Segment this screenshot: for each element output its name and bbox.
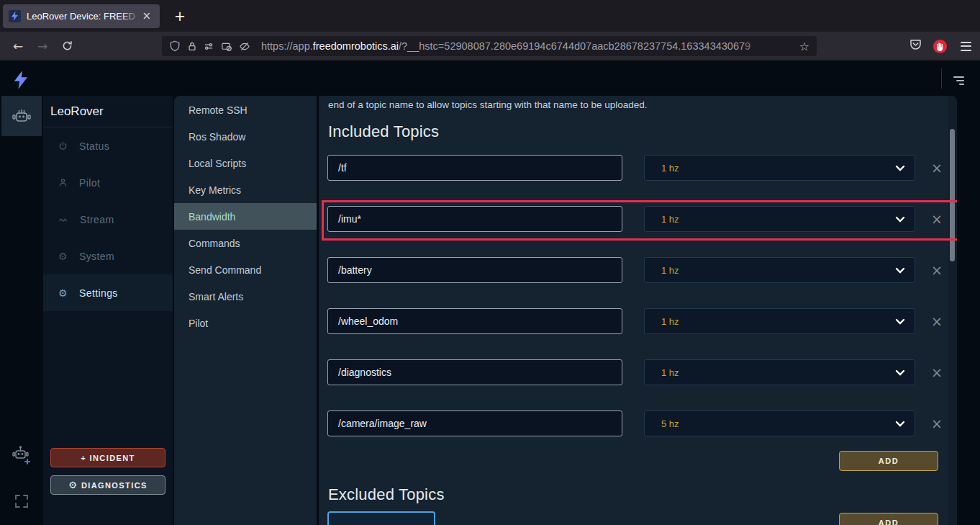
settings-gear-icon: ⚙	[58, 287, 68, 299]
submenu-item-bandwidth[interactable]: Bandwidth	[174, 203, 317, 230]
topic-row: 1 hz ×	[327, 257, 957, 283]
sidebar-item-system[interactable]: ⚙ System	[43, 238, 173, 274]
submenu-item-smart-alerts[interactable]: Smart Alerts	[174, 283, 317, 310]
new-tab-button[interactable]: +	[170, 6, 190, 26]
power-icon	[58, 141, 68, 151]
chevron-down-icon	[895, 216, 905, 223]
sidebar-item-label: Settings	[79, 287, 118, 299]
tab-title-fade	[121, 4, 141, 28]
tab-close-icon[interactable]: ×	[139, 9, 154, 23]
rate-value: 5 hz	[661, 418, 895, 429]
topic-row: 1 hz ×	[327, 308, 957, 334]
browser-menu-icon[interactable]	[958, 39, 974, 54]
submenu-item-key-metrics[interactable]: Key Metrics	[174, 176, 317, 203]
rate-value: 1 hz	[661, 265, 895, 276]
remove-topic-icon[interactable]: ×	[931, 212, 943, 226]
sidebar-item-status[interactable]: Status	[43, 127, 173, 164]
topbar-divider	[941, 68, 942, 89]
topic-name-input[interactable]	[327, 155, 622, 181]
rate-dropdown[interactable]: 5 hz	[644, 410, 915, 436]
pocket-icon[interactable]	[909, 38, 922, 54]
sidebar-item-label: System	[79, 251, 114, 262]
topic-name-input[interactable]	[327, 308, 622, 334]
diagnostics-button[interactable]: ⚙ DIAGNOSTICS	[50, 475, 165, 495]
browser-toolbar: ← →	[0, 32, 980, 60]
sidebar-item-stream[interactable]: Stream	[43, 201, 173, 238]
rate-value: 1 hz	[661, 367, 895, 378]
incident-button[interactable]: + INCIDENT	[50, 448, 165, 467]
icon-rail	[0, 61, 43, 525]
submenu-item-remote-ssh[interactable]: Remote SSH	[174, 97, 317, 123]
freedom-bolt-logo-icon[interactable]	[13, 71, 30, 89]
chevron-down-icon	[895, 165, 905, 171]
remove-topic-icon[interactable]: ×	[931, 264, 943, 277]
rate-dropdown[interactable]: 1 hz	[644, 308, 915, 334]
add-device-robot-plus-icon[interactable]	[12, 444, 32, 466]
browser-tab[interactable]: LeoRover Device: FREED ×	[3, 4, 160, 28]
topic-row: 1 hz ×	[327, 155, 957, 181]
submenu-item-pilot[interactable]: Pilot	[174, 310, 317, 336]
diagnostics-label: DIAGNOSTICS	[81, 481, 148, 490]
device-nav: Status Pilot Stream ⚙ System	[43, 127, 173, 311]
intro-text: end of a topic name to allow topics star…	[328, 99, 648, 110]
rate-dropdown[interactable]: 1 hz	[644, 155, 915, 181]
topic-name-input[interactable]	[327, 410, 622, 436]
add-included-topic-button[interactable]: ADD	[839, 451, 938, 471]
adblock-hand-extension-icon[interactable]	[933, 39, 948, 54]
sidebar-item-label: Status	[79, 140, 109, 152]
submenu-item-send-command[interactable]: Send Command	[174, 256, 317, 283]
gear-icon: ⚙	[58, 251, 68, 262]
device-sidebar: LeoRover Status Pilot	[43, 96, 173, 525]
remove-topic-icon[interactable]: ×	[931, 161, 943, 175]
rate-dropdown[interactable]: 1 hz	[644, 359, 915, 385]
topic-row: 1 hz ×	[327, 359, 957, 385]
included-topics-list: 1 hz × 1 hz × 1 hz	[319, 155, 957, 462]
browser-window: LeoRover Device: FREED × + ← →	[0, 0, 980, 525]
gears-icon: ⚙	[68, 480, 77, 490]
freedom-robotics-favicon-bolt-icon	[9, 10, 21, 22]
url-bar[interactable]: https://app.freedomrobotics.ai/?__hstc=5…	[162, 36, 817, 56]
back-button[interactable]: ←	[7, 36, 29, 56]
included-topics-heading: Included Topics	[328, 122, 439, 141]
remove-topic-icon[interactable]: ×	[931, 417, 943, 431]
freedom-robotics-app: LeoRover Status Pilot	[0, 61, 980, 525]
person-icon	[58, 178, 68, 187]
lock-icon[interactable]	[187, 41, 197, 52]
rate-dropdown[interactable]: 1 hz	[644, 206, 915, 232]
remove-topic-icon[interactable]: ×	[931, 366, 943, 380]
topic-row-highlighted: 1 hz ×	[327, 206, 957, 232]
topic-name-input[interactable]	[327, 257, 622, 283]
bandwidth-settings-panel: end of a topic name to allow topics star…	[319, 96, 957, 525]
submenu-item-ros-shadow[interactable]: Ros Shadow	[174, 123, 317, 150]
sidebar-item-pilot[interactable]: Pilot	[43, 164, 173, 201]
submenu-item-local-scripts[interactable]: Local Scripts	[174, 150, 317, 176]
settings-submenu: Remote SSH Ros Shadow Local Scripts Key …	[174, 96, 317, 525]
rate-value: 1 hz	[661, 316, 895, 327]
autoplay-blocked-icon[interactable]	[221, 41, 232, 52]
bookmark-star-icon[interactable]: ☆	[799, 40, 809, 53]
excluded-topics-heading: Excluded Topics	[328, 485, 445, 504]
excluded-topic-input[interactable]	[327, 511, 435, 525]
sidebar-item-label: Stream	[80, 214, 114, 225]
reload-button[interactable]	[56, 36, 78, 56]
permissions-sliders-icon[interactable]	[204, 41, 214, 52]
topic-name-input[interactable]	[327, 359, 622, 385]
remove-topic-icon[interactable]: ×	[931, 315, 943, 328]
add-excluded-topic-button[interactable]: ADD	[839, 513, 938, 525]
rate-value: 1 hz	[661, 163, 895, 174]
device-robot-icon[interactable]	[1, 96, 42, 136]
rate-value: 1 hz	[661, 214, 895, 225]
filter-sort-icon[interactable]	[950, 73, 967, 88]
tracking-shield-icon[interactable]	[169, 40, 181, 52]
submenu-item-commands[interactable]: Commands	[174, 230, 317, 256]
tracking-protection-off-icon[interactable]	[239, 41, 250, 52]
fullscreen-icon[interactable]	[14, 493, 30, 509]
chevron-down-icon	[895, 267, 905, 274]
sidebar-item-settings[interactable]: ⚙ Settings	[43, 274, 173, 311]
forward-button[interactable]: →	[32, 36, 53, 56]
url-text: https://app.freedomrobotics.ai/?__hstc=5…	[261, 40, 795, 52]
topic-row: 5 hz ×	[327, 410, 957, 436]
chevron-down-icon	[895, 318, 905, 325]
topic-name-input[interactable]	[327, 206, 622, 232]
rate-dropdown[interactable]: 1 hz	[644, 257, 915, 283]
